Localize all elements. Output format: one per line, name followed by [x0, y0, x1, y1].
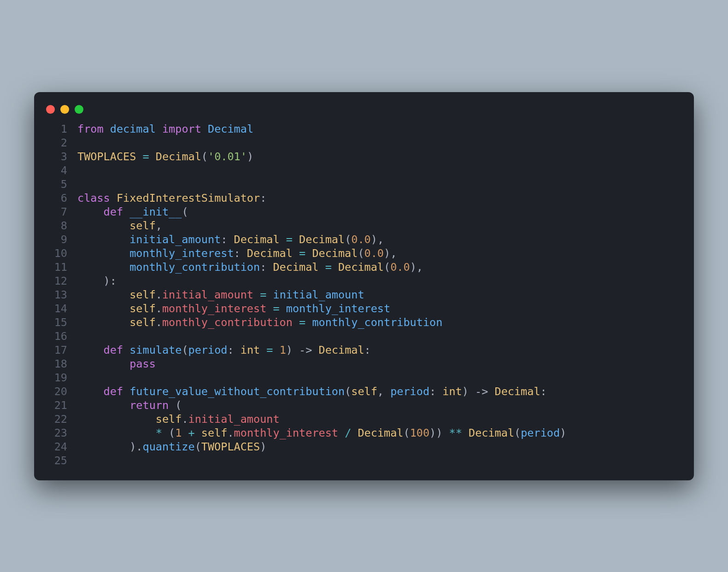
code-content: self,: [67, 219, 162, 233]
token: =: [143, 150, 149, 163]
line-number: 12: [46, 274, 67, 288]
token: [77, 399, 129, 412]
token: period: [188, 344, 228, 356]
token: [260, 344, 266, 356]
code-content: [67, 163, 77, 177]
token: pass: [129, 357, 156, 370]
token: (: [182, 205, 188, 218]
token: :: [364, 344, 371, 356]
line-number: 7: [46, 205, 67, 219]
maximize-icon[interactable]: [75, 105, 83, 114]
token: initial_amount: [188, 413, 280, 426]
code-content: [67, 136, 77, 150]
code-content: return (: [67, 398, 182, 412]
close-icon[interactable]: [46, 105, 55, 114]
token: ,: [156, 219, 162, 232]
token: Decimal: [358, 426, 403, 439]
code-content: ):: [67, 274, 117, 288]
token: Decimal: [273, 261, 318, 274]
code-line: 23 * (1 + self.monthly_interest / Decima…: [46, 426, 682, 440]
line-number: 3: [46, 150, 67, 163]
token: monthly_interest: [162, 302, 266, 315]
token: initial_amount: [273, 288, 364, 301]
token: self: [129, 288, 156, 301]
line-number: 22: [46, 412, 67, 426]
token: [280, 302, 286, 315]
code-line: 18 pass: [46, 357, 682, 371]
code-content: [67, 177, 77, 191]
line-number: 15: [46, 315, 67, 329]
token: [462, 426, 469, 439]
token: :: [221, 233, 234, 246]
code-content: ).quantize(TWOPLACES): [67, 440, 266, 454]
line-number: 2: [46, 136, 67, 150]
token: ) ->: [286, 344, 319, 356]
token: ).: [77, 440, 142, 453]
code-content: * (1 + self.monthly_interest / Decimal(1…: [67, 426, 566, 440]
token: self: [156, 413, 182, 426]
code-line: 15 self.monthly_contribution = monthly_c…: [46, 315, 682, 329]
token: [293, 316, 299, 329]
minimize-icon[interactable]: [60, 105, 69, 114]
token: .: [227, 426, 234, 439]
token: [77, 288, 129, 301]
line-number: 17: [46, 343, 67, 357]
token: (: [404, 426, 410, 439]
line-number: 9: [46, 233, 67, 246]
token: initial_amount: [162, 288, 253, 301]
line-number: 10: [46, 246, 67, 260]
token: def: [104, 205, 123, 218]
code-line: 4: [46, 163, 682, 177]
token: (: [345, 385, 351, 398]
code-line: 20 def future_value_without_contribution…: [46, 385, 682, 398]
code-line: 5: [46, 177, 682, 191]
token: =: [266, 344, 273, 356]
line-number: 18: [46, 357, 67, 371]
line-number: 21: [46, 398, 67, 412]
token: Decimal: [299, 233, 345, 246]
token: [149, 150, 156, 163]
code-line: 8 self,: [46, 219, 682, 233]
token: **: [449, 426, 462, 439]
code-line: 21 return (: [46, 398, 682, 412]
token: period: [390, 385, 429, 398]
code-line: 3TWOPLACES = Decimal('0.01'): [46, 150, 682, 163]
token: 0.0: [351, 233, 370, 246]
code-content: self.initial_amount = initial_amount: [67, 288, 364, 302]
code-content: TWOPLACES = Decimal('0.01'): [67, 150, 253, 163]
token: (: [169, 399, 182, 412]
token: [195, 426, 201, 439]
token: [266, 302, 273, 315]
token: [77, 247, 129, 260]
code-content: def simulate(period: int = 1) -> Decimal…: [67, 343, 371, 357]
token: =: [286, 233, 293, 246]
token: [77, 302, 129, 315]
token: self: [129, 219, 156, 232]
token: )): [429, 426, 449, 439]
token: .: [156, 302, 162, 315]
token: [253, 288, 260, 301]
token: Decimal: [312, 247, 358, 260]
token: :: [540, 385, 547, 398]
token: (: [358, 247, 364, 260]
token: class: [77, 192, 110, 204]
token: monthly_interest: [129, 247, 234, 260]
token: :: [260, 261, 273, 274]
token: [201, 123, 208, 135]
token: ): [260, 440, 266, 453]
token: +: [188, 426, 195, 439]
code-window: 1from decimal import Decimal23TWOPLACES …: [34, 92, 694, 480]
token: (: [384, 261, 390, 274]
code-editor[interactable]: 1from decimal import Decimal23TWOPLACES …: [34, 122, 694, 467]
token: ): [560, 426, 566, 439]
code-content: self.monthly_contribution = monthly_cont…: [67, 315, 442, 329]
token: Decimal: [495, 385, 540, 398]
window-titlebar: [34, 103, 694, 122]
token: 1: [280, 344, 286, 356]
token: [77, 426, 156, 439]
code-line: 2: [46, 136, 682, 150]
token: [77, 413, 156, 426]
token: =: [299, 247, 305, 260]
line-number: 25: [46, 454, 67, 467]
token: monthly_contribution: [312, 316, 442, 329]
